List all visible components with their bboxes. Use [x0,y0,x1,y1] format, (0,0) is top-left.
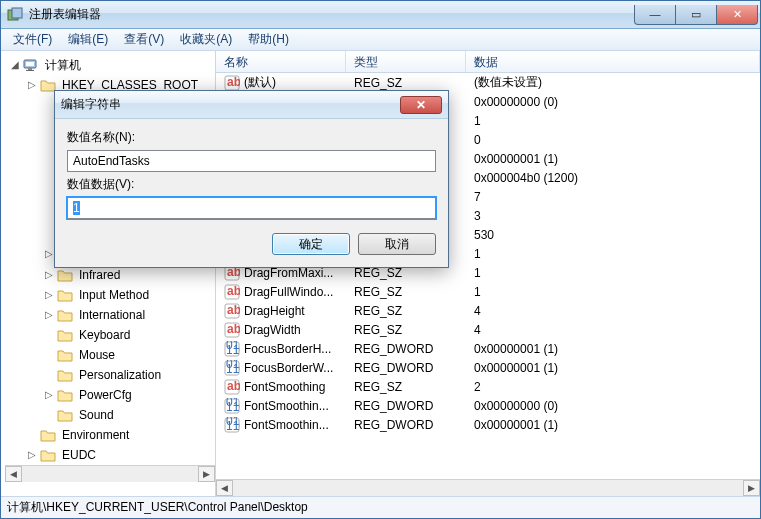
value-row[interactable]: FontSmoothin... REG_DWORD 0x00000001 (1) [216,415,760,434]
cell-data: 0x00000001 (1) [466,152,760,166]
value-row[interactable]: FocusBorderH... REG_DWORD 0x00000001 (1) [216,339,760,358]
col-data[interactable]: 数据 [466,51,760,72]
expand-icon[interactable]: ▷ [43,249,54,260]
menu-view[interactable]: 查看(V) [116,29,172,50]
bin-value-icon [224,360,240,376]
str-value-icon [224,303,240,319]
expand-icon[interactable]: ▷ [43,290,54,301]
dialog-body: 数值名称(N): 数值数据(V): 确定 取消 [55,119,448,267]
cell-type: REG_SZ [346,285,466,299]
cell-data: (数值未设置) [466,74,760,91]
scroll-right-icon[interactable]: ▶ [743,480,760,496]
cell-name: DragWidth [216,322,346,338]
expand-icon[interactable]: ▷ [43,270,54,281]
spacer [26,430,37,441]
cell-type: REG_SZ [346,323,466,337]
cell-data: 7 [466,190,760,204]
spacer [43,370,54,381]
cell-name: (默认) [216,74,346,91]
app-icon [7,7,23,23]
cell-data: 0x00000000 (0) [466,95,760,109]
value-name-label: 数值名称(N): [67,129,436,146]
tree-item-label: Personalization [76,366,164,384]
cell-data: 0x00000001 (1) [466,342,760,356]
tree-item-label: Sound [76,406,117,424]
expand-icon[interactable]: ▷ [43,390,54,401]
value-row[interactable]: DragFullWindo... REG_SZ 1 [216,282,760,301]
folder-icon [57,268,73,282]
value-row[interactable]: FontSmoothin... REG_DWORD 0x00000000 (0) [216,396,760,415]
list-hscroll[interactable]: ◀ ▶ [216,479,760,496]
cell-data: 4 [466,323,760,337]
tree-item-input method[interactable]: ▷ Input Method [41,285,215,305]
menu-file[interactable]: 文件(F) [5,29,60,50]
cell-type: REG_DWORD [346,342,466,356]
ok-button[interactable]: 确定 [272,233,350,255]
computer-icon [23,58,39,72]
tree-item-label: Keyboard [76,326,133,344]
expand-icon[interactable]: ▷ [43,310,54,321]
dialog-close-button[interactable]: ✕ [400,96,442,114]
expand-icon[interactable]: ▷ [26,80,37,91]
cell-data: 3 [466,209,760,223]
folder-icon [57,408,73,422]
scroll-left-icon[interactable]: ◀ [216,480,233,496]
spacer [43,330,54,341]
tree-root[interactable]: ◢ 计算机 [7,55,215,75]
tree-item-keyboard[interactable]: Keyboard [41,325,215,345]
tree-item-international[interactable]: ▷ International [41,305,215,325]
tree-item-powercfg[interactable]: ▷ PowerCfg [41,385,215,405]
tree-hscroll[interactable]: ◀ ▶ [5,465,215,482]
menu-favorites[interactable]: 收藏夹(A) [172,29,240,50]
scroll-right-icon[interactable]: ▶ [198,466,215,482]
cell-type: REG_SZ [346,380,466,394]
cell-name: FontSmoothin... [216,417,346,433]
edit-string-dialog[interactable]: 编辑字符串 ✕ 数值名称(N): 数值数据(V): 确定 取消 [54,90,449,268]
menu-edit[interactable]: 编辑(E) [60,29,116,50]
cell-data: 2 [466,380,760,394]
value-row[interactable]: DragHeight REG_SZ 4 [216,301,760,320]
close-button[interactable]: ✕ [716,5,758,25]
col-name[interactable]: 名称 [216,51,346,72]
dialog-titlebar[interactable]: 编辑字符串 ✕ [55,91,448,119]
spacer [43,410,54,421]
tree-environment[interactable]: Environment [24,425,215,445]
scroll-track[interactable] [22,466,198,482]
folder-icon [57,348,73,362]
maximize-button[interactable]: ▭ [675,5,717,25]
tree-item-label: Input Method [76,286,152,304]
value-data-input[interactable] [67,197,436,219]
value-row[interactable]: FocusBorderW... REG_DWORD 0x00000001 (1) [216,358,760,377]
cancel-button[interactable]: 取消 [358,233,436,255]
collapse-icon[interactable]: ◢ [9,60,20,71]
tree-item-sound[interactable]: Sound [41,405,215,425]
str-value-icon [224,75,240,91]
cell-name: DragHeight [216,303,346,319]
scroll-track[interactable] [233,480,743,496]
value-name-input[interactable] [67,150,436,172]
tree-item-label: Mouse [76,346,118,364]
tree-item-infrared[interactable]: ▷ Infrared [41,265,215,285]
cell-type: REG_SZ [346,76,466,90]
menu-help[interactable]: 帮助(H) [240,29,297,50]
tree-eudc[interactable]: ▷ EUDC [24,445,215,465]
folder-icon [40,448,56,462]
cell-data: 0x00000001 (1) [466,418,760,432]
expand-icon[interactable]: ▷ [26,450,37,461]
tree-item-mouse[interactable]: Mouse [41,345,215,365]
titlebar[interactable]: 注册表编辑器 — ▭ ✕ [1,1,760,29]
str-value-icon [224,379,240,395]
scroll-left-icon[interactable]: ◀ [5,466,22,482]
list-header[interactable]: 名称 类型 数据 [216,51,760,73]
cell-data: 0x00000000 (0) [466,399,760,413]
str-value-icon [224,322,240,338]
col-type[interactable]: 类型 [346,51,466,72]
tree-item-label: International [76,306,148,324]
folder-icon [57,288,73,302]
minimize-button[interactable]: — [634,5,676,25]
value-row[interactable]: DragWidth REG_SZ 4 [216,320,760,339]
value-row[interactable]: FontSmoothing REG_SZ 2 [216,377,760,396]
tree-item-personalization[interactable]: Personalization [41,365,215,385]
cell-name: FontSmoothin... [216,398,346,414]
cell-data: 1 [466,266,760,280]
